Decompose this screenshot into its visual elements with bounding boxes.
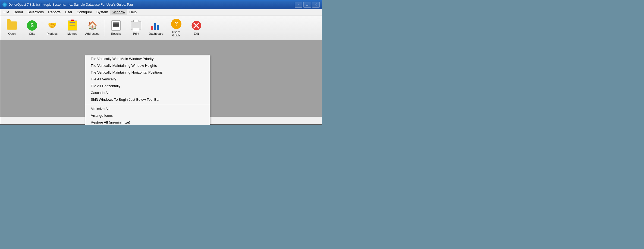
- minimize-button[interactable]: −: [295, 2, 302, 8]
- menu-tile-all-vert[interactable]: Tile All Vertically: [85, 76, 210, 83]
- menu-minimize-all[interactable]: Minimize All: [85, 105, 210, 112]
- open-label: Open: [8, 32, 16, 35]
- users-guide-icon: ?: [171, 18, 182, 29]
- dashboard-icon: [151, 20, 162, 31]
- results-button[interactable]: Results: [106, 17, 125, 38]
- pledges-icon: 🤝: [47, 20, 58, 31]
- toolbar-separator-1: [104, 20, 104, 36]
- menu-reports[interactable]: Reports: [46, 9, 63, 15]
- menu-arrange-icons[interactable]: Arrange Icons: [85, 112, 210, 119]
- menu-separator-1: [85, 104, 210, 104]
- memos-button[interactable]: Memos: [63, 17, 82, 38]
- print-icon: [131, 20, 142, 31]
- exit-icon: [191, 20, 202, 31]
- gifts-label: Gifts: [29, 32, 35, 35]
- menu-restore-all[interactable]: Restore All (un-minimize): [85, 119, 210, 125]
- menu-file[interactable]: File: [1, 9, 11, 15]
- pledges-button[interactable]: 🤝 Pledges: [43, 17, 62, 38]
- menu-cascade[interactable]: Cascade All: [85, 89, 210, 96]
- users-guide-button[interactable]: ? User's Guide: [167, 17, 186, 38]
- maximize-button[interactable]: □: [303, 2, 311, 8]
- print-label: Print: [133, 32, 139, 35]
- menu-donor[interactable]: Donor: [11, 9, 25, 15]
- pledges-label: Pledges: [47, 32, 58, 35]
- toolbar: Open $ Gifts 🤝 Pledges M: [0, 15, 322, 40]
- menu-window[interactable]: Window: [110, 9, 127, 15]
- dashboard-button[interactable]: Dashboard: [147, 17, 166, 38]
- exit-button[interactable]: Exit: [187, 17, 206, 38]
- menu-shift-below-toolbar[interactable]: Shift Windows To Begin Just Below Tool B…: [85, 96, 210, 103]
- menu-tile-vert-heights[interactable]: Tile Vertically Maintaining Window Heigh…: [85, 62, 210, 69]
- menu-tile-vert-main[interactable]: Tile Vertically With Main Window Priorit…: [85, 55, 210, 62]
- close-button[interactable]: ✕: [312, 2, 320, 8]
- gifts-button[interactable]: $ Gifts: [23, 17, 42, 38]
- app-window: DonorQuest 7.8.2, (c) Intrepid Systems, …: [0, 0, 322, 125]
- results-label: Results: [111, 32, 121, 35]
- menu-tile-all-horiz[interactable]: Tile All Horizontally: [85, 83, 210, 89]
- addresses-icon: 🏠: [87, 20, 98, 31]
- window-dropdown-menu: Tile Vertically With Main Window Priorit…: [85, 55, 210, 125]
- results-icon: [111, 20, 121, 31]
- memos-icon: [67, 20, 78, 31]
- menu-system[interactable]: System: [94, 9, 110, 15]
- memos-label: Memos: [67, 32, 77, 35]
- gifts-icon: $: [27, 20, 37, 31]
- title-bar-controls: − □ ✕: [295, 2, 320, 8]
- menu-configure[interactable]: Configure: [74, 9, 94, 15]
- addresses-button[interactable]: 🏠 Addresses: [83, 17, 102, 38]
- title-bar-left: DonorQuest 7.8.2, (c) Intrepid Systems, …: [2, 2, 134, 7]
- main-content: Tile Vertically With Main Window Priorit…: [0, 40, 322, 117]
- title-bar-text: DonorQuest 7.8.2, (c) Intrepid Systems, …: [8, 3, 134, 7]
- menu-user[interactable]: User: [63, 9, 74, 15]
- addresses-label: Addresses: [85, 32, 99, 35]
- dashboard-label: Dashboard: [149, 32, 164, 35]
- print-button[interactable]: Print: [127, 17, 146, 38]
- title-bar: DonorQuest 7.8.2, (c) Intrepid Systems, …: [0, 0, 322, 9]
- open-icon: [7, 20, 17, 31]
- exit-label: Exit: [194, 32, 199, 35]
- users-guide-label: User's Guide: [168, 30, 184, 37]
- menu-tile-vert-horiz[interactable]: Tile Vertically Maintaining Horizontal P…: [85, 69, 210, 76]
- open-button[interactable]: Open: [2, 17, 21, 38]
- menu-selections[interactable]: Selections: [25, 9, 46, 15]
- menu-bar: File Donor Selections Reports User Confi…: [0, 9, 322, 15]
- menu-help[interactable]: Help: [127, 9, 139, 15]
- app-icon: [2, 2, 7, 7]
